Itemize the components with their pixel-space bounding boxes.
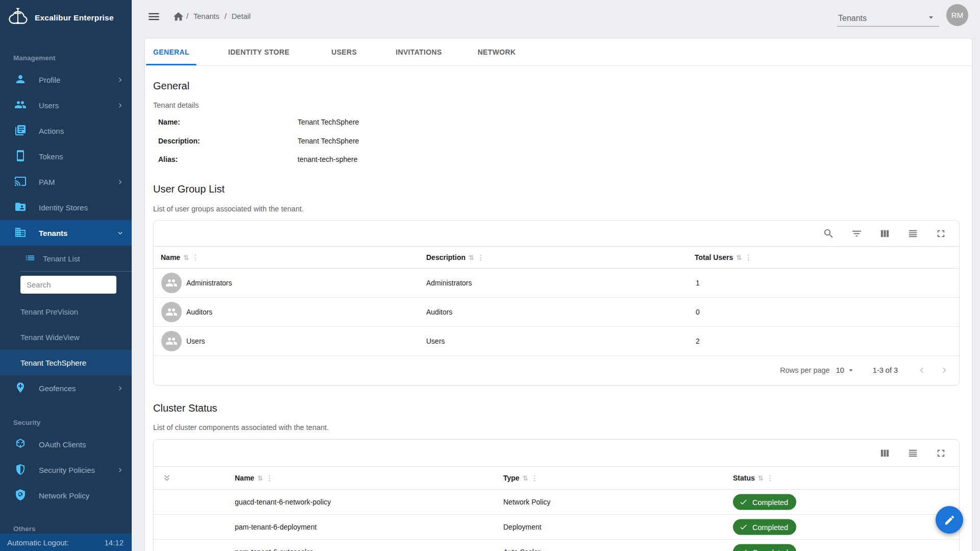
tab-users[interactable]: USERS <box>324 39 364 65</box>
sidebar-item-tenant-previsiom[interactable]: Tenant PreVision <box>0 299 132 324</box>
rows-per-page-label: Rows per page <box>780 366 830 374</box>
search-icon[interactable] <box>823 228 835 239</box>
group-total-users: 0 <box>696 308 700 316</box>
sidebar-item-label: Tokens <box>39 152 63 161</box>
sidebar-item-tenant-wideview[interactable]: Tenant WideView <box>0 324 132 350</box>
columns-icon[interactable] <box>879 447 891 459</box>
user-avatar[interactable]: RM <box>946 4 968 26</box>
sidebar-item-profile[interactable]: Profile <box>0 67 132 92</box>
chevron-down-icon <box>116 229 125 237</box>
sort-icon[interactable]: ⇅ <box>183 254 189 261</box>
fullscreen-icon[interactable] <box>935 228 947 239</box>
tab-general[interactable]: GENERAL <box>146 39 197 65</box>
sidebar-item-label: Actions <box>39 127 64 135</box>
pagination-bar: Rows per page 10 1-3 of 3 <box>154 356 959 385</box>
home-icon[interactable] <box>173 11 184 22</box>
column-menu-icon[interactable]: ⋮ <box>745 253 752 261</box>
sort-icon[interactable]: ⇅ <box>469 254 474 261</box>
sidebar-item-users[interactable]: Users <box>0 92 132 118</box>
excalibur-cloud-sword-logo-icon <box>7 7 29 29</box>
table-row[interactable]: Administrators Administrators 1 <box>154 269 959 298</box>
next-page-icon[interactable] <box>939 365 950 376</box>
brand-row: Excalibur Enterprise <box>7 7 114 29</box>
field-description-value: Tenant TechSphere <box>298 137 359 145</box>
sidebar-item-geofences[interactable]: Geofences <box>0 375 132 401</box>
column-header-name[interactable]: Name ⇅ ⋮ <box>235 474 273 482</box>
building-icon <box>14 226 27 240</box>
tenant-option-label: Tenant PreVision <box>20 307 78 316</box>
component-type: Network Policy <box>503 498 551 506</box>
sidebar-item-tenant-list[interactable]: Tenant List <box>0 246 132 271</box>
column-header-total-users[interactable]: Total Users ⇅ ⋮ <box>695 253 752 261</box>
sidebar-item-label: Users <box>39 101 59 110</box>
automatic-logout-time: 14:12 <box>104 538 124 547</box>
status-label: Completed <box>752 523 788 531</box>
table-row[interactable]: pam-tenant-6-autoscaler Auto Scaler Comp… <box>154 540 959 551</box>
column-menu-icon[interactable]: ⋮ <box>477 253 484 261</box>
expand-all-icon[interactable] <box>162 473 172 483</box>
edit-fab-button[interactable] <box>936 506 963 534</box>
tab-identity-store[interactable]: IDENTITY STORE <box>221 39 297 65</box>
sidebar-item-actions[interactable]: Actions <box>0 118 132 143</box>
column-header-type[interactable]: Type ⇅ ⋮ <box>503 474 538 482</box>
group-description: Administrators <box>426 279 472 287</box>
sidebar-item-label: Network Policy <box>39 491 89 500</box>
hamburger-menu-icon[interactable] <box>147 10 161 23</box>
sidebar-item-oauth-clients[interactable]: OAuth Clients <box>0 432 132 457</box>
previous-page-icon[interactable] <box>916 365 927 376</box>
table-row[interactable]: guacd-tenant-6-network-policy Network Po… <box>154 490 959 515</box>
breadcrumb: / Tenants / Detail <box>186 12 251 20</box>
columns-icon[interactable] <box>879 228 891 239</box>
density-icon[interactable] <box>907 228 919 239</box>
column-header-status[interactable]: Status ⇅ ⋮ <box>733 474 774 482</box>
column-menu-icon[interactable]: ⋮ <box>531 474 538 482</box>
tabbar: GENERAL IDENTITY STORE USERS INVITATIONS… <box>145 39 972 66</box>
table-row[interactable]: Users Users 2 <box>154 327 959 356</box>
automatic-logout-label: Automatic Logout: <box>7 538 69 547</box>
status-label: Completed <box>752 498 788 506</box>
breadcrumb-detail: Detail <box>232 12 251 20</box>
rows-per-page-value[interactable]: 10 <box>836 366 844 374</box>
column-header-description[interactable]: Description ⇅ ⋮ <box>426 253 484 261</box>
tenant-option-label: Tenant TechSphere <box>20 358 86 367</box>
context-select[interactable]: Tenants <box>837 10 939 27</box>
density-icon[interactable] <box>907 447 919 459</box>
sidebar-item-label: OAuth Clients <box>39 440 86 449</box>
breadcrumb-separator: / <box>186 12 188 20</box>
check-icon <box>739 498 748 507</box>
sort-icon[interactable]: ⇅ <box>523 474 528 482</box>
sort-icon[interactable]: ⇅ <box>736 254 742 261</box>
sort-icon[interactable]: ⇅ <box>257 474 263 482</box>
check-icon <box>739 548 748 551</box>
tab-network[interactable]: NETWORK <box>471 39 523 65</box>
sidebar-item-tenant-techsphere[interactable]: Tenant TechSphere <box>0 350 132 375</box>
table-row[interactable]: Auditors Auditors 0 <box>154 298 959 327</box>
group-total-users: 1 <box>696 279 700 287</box>
sidebar-item-label: Security Policies <box>39 466 95 474</box>
breadcrumb-tenants[interactable]: Tenants <box>193 12 219 20</box>
rows-per-page-dropdown-icon[interactable] <box>846 366 855 375</box>
sidebar-item-tokens[interactable]: Tokens <box>0 143 132 169</box>
section-security-label: Security <box>13 419 40 426</box>
filter-icon[interactable] <box>851 228 863 239</box>
table-row[interactable]: pam-tenant-6-deployment Deployment Compl… <box>154 515 959 540</box>
group-name: Administrators <box>186 279 232 287</box>
sidebar-item-tenants[interactable]: Tenants <box>0 220 132 246</box>
column-menu-icon[interactable]: ⋮ <box>266 474 273 482</box>
column-menu-icon[interactable]: ⋮ <box>767 474 774 482</box>
column-header-name[interactable]: Name ⇅ ⋮ <box>161 253 199 261</box>
main-area: / Tenants / Detail Tenants RM GENERAL ID… <box>132 0 980 551</box>
column-menu-icon[interactable]: ⋮ <box>192 253 199 261</box>
sort-icon[interactable]: ⇅ <box>758 474 764 482</box>
tab-invitations[interactable]: INVITATIONS <box>388 39 449 65</box>
cluster-status-table: Name ⇅ ⋮ Type ⇅ ⋮ Status ⇅ ⋮ guacd-tenan… <box>153 439 960 551</box>
sidebar-item-network-policy[interactable]: Network Policy <box>0 483 132 508</box>
column-label: Name <box>161 253 180 261</box>
tenant-search-input[interactable] <box>20 276 116 294</box>
smartphone-icon <box>14 150 27 163</box>
sidebar-item-pam[interactable]: PAM <box>0 169 132 195</box>
fullscreen-icon[interactable] <box>935 447 947 459</box>
user-group-table-toolbar <box>154 221 959 246</box>
sidebar-item-security-policies[interactable]: Security Policies <box>0 457 132 483</box>
sidebar-item-identity-stores[interactable]: Identity Stores <box>0 195 132 220</box>
